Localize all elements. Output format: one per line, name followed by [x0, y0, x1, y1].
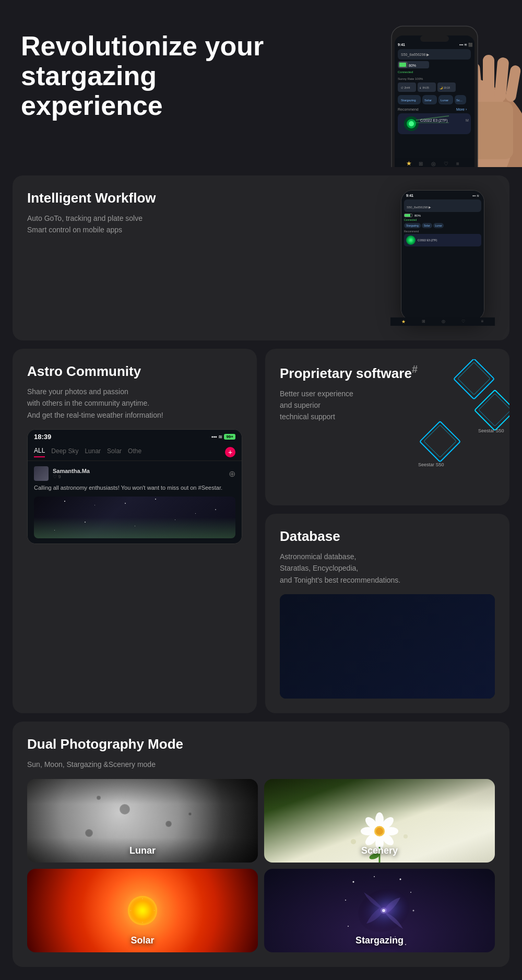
comm-icons: ▪▪▪ ≋ 99+ [211, 434, 235, 440]
svg-text:Solar: Solar [424, 99, 432, 102]
photo-label-solar: Solar [27, 935, 258, 946]
svg-text:⏱ 2h44: ⏱ 2h44 [401, 86, 410, 89]
database-desc: Astronomical database,Staratlas, Encyclo… [280, 551, 495, 586]
comm-badge: 99+ [224, 434, 235, 440]
comm-add-button[interactable]: + [225, 447, 235, 457]
svg-text:≡: ≡ [456, 161, 459, 167]
wf-comet: C/2022 E3 (ZTF) [418, 239, 437, 242]
comm-user-info: Samantha.Ma ♡ 9 [53, 468, 90, 479]
svg-text:▪▪▪ ≋ ⬛: ▪▪▪ ≋ ⬛ [459, 42, 473, 47]
photo-modes-grid: Lunar [27, 779, 495, 952]
comm-post-text: Calling all astronomy enthusiasts! You w… [34, 484, 235, 492]
svg-text:🌡 84.05: 🌡 84.05 [419, 86, 429, 89]
comm-user-row: Samantha.Ma ♡ 9 ⊕ [34, 466, 235, 481]
workflow-title: Intelligent Workflow [27, 190, 380, 206]
svg-text:9:41: 9:41 [398, 43, 405, 46]
wf-nav-menu: ≡ [481, 319, 484, 321]
svg-rect-51 [454, 359, 494, 399]
photo-label-stargazing: Stargazing [264, 935, 495, 946]
svg-text:Sc...: Sc... [456, 99, 462, 102]
svg-text:◎: ◎ [431, 161, 436, 167]
wf-nav-heart: ♡ [461, 319, 465, 321]
svg-point-133 [381, 907, 387, 914]
svg-point-124 [400, 878, 401, 880]
wf-device: S50_8a656298 ▶ [407, 206, 431, 209]
database-title: Database [280, 528, 495, 545]
svg-text:Connected: Connected [398, 70, 413, 74]
workflow-text: Intelligent Workflow Auto GoTo, tracking… [27, 190, 380, 236]
svg-point-128 [348, 926, 349, 927]
comm-post: Samantha.Ma ♡ 9 ⊕ Calling all astronomy … [28, 461, 242, 543]
right-column: Proprietary software# Better user experi… [265, 349, 509, 713]
svg-text:Recommend: Recommend [398, 108, 419, 111]
wf-chip-solar: Solar [422, 223, 432, 228]
hero-phone-hand: 9:41 ▪▪▪ ≋ ⬛ S50_8a656298 ▶ 80% Connecte… [334, 10, 522, 167]
comm-time-ago: ♡ 9 [53, 474, 90, 479]
comm-username: Samantha.Ma [53, 468, 90, 474]
svg-rect-53 [474, 390, 509, 431]
svg-point-122 [353, 881, 354, 882]
dual-photo-title: Dual Photography Mode [27, 736, 495, 752]
star-map-preview: HD 28527 85 81 80 A 84 75 70 76 Theta² T… [280, 594, 495, 699]
svg-point-125 [410, 892, 411, 893]
comm-follow-icon[interactable]: ⊕ [229, 469, 235, 479]
wf-nav-circle: ◎ [442, 319, 445, 321]
workflow-phone: 9:41 ▪▪▪ ≋ S50_8a656298 ▶ 80% Connec [401, 190, 484, 321]
svg-text:80%: 80% [409, 64, 416, 67]
comm-status-bar: 18:39 ▪▪▪ ≋ 99+ [28, 430, 242, 444]
community-title: Astro Community [27, 363, 242, 380]
wf-chip-lunar: Lunar [433, 223, 444, 228]
svg-text:★: ★ [406, 160, 412, 167]
hero-text: Revolutionize your stargazing experience [21, 31, 292, 121]
comm-tab-other[interactable]: Othe [128, 447, 141, 457]
svg-rect-52 [458, 362, 490, 395]
workflow-screen: 9:41 ▪▪▪ ≋ S50_8a656298 ▶ 80% Connec [401, 191, 484, 320]
workflow-phone-area: 9:41 ▪▪▪ ≋ S50_8a656298 ▶ 80% Connec [390, 190, 495, 326]
database-card: Database Astronomical database,Staratlas… [265, 514, 509, 713]
svg-text:🌙 19:18: 🌙 19:18 [440, 86, 450, 90]
svg-point-123 [374, 876, 375, 877]
comm-tab-all[interactable]: ALL [34, 447, 45, 457]
dual-photo-card: Dual Photography Mode Sun, Moon, Stargaz… [13, 722, 509, 966]
photo-mode-solar: Solar [27, 869, 258, 952]
comm-tab-lunar[interactable]: Lunar [85, 447, 101, 457]
wf-status-icons: ▪▪▪ ≋ [472, 194, 479, 197]
svg-text:C/2022 E3 (ZTF): C/2022 E3 (ZTF) [420, 119, 448, 123]
svg-text:♡: ♡ [444, 161, 448, 167]
comm-tab-solar[interactable]: Solar [107, 447, 122, 457]
hero-image-area: 9:41 ▪▪▪ ≋ ⬛ S50_8a656298 ▶ 80% Connecte… [313, 5, 522, 167]
comm-tabs: ALL Deep Sky Lunar Solar Othe + [28, 444, 242, 461]
wf-nav-star: ★ [401, 319, 406, 321]
svg-rect-17 [399, 63, 406, 67]
comm-tab-deepsky[interactable]: Deep Sky [51, 447, 78, 457]
community-desc: Share your photos and passionwith others… [27, 386, 242, 421]
svg-text:Stargazing: Stargazing [401, 99, 416, 102]
diamond-label-2: Seestar S50 [418, 462, 444, 467]
svg-text:M: M [466, 119, 469, 122]
dual-photo-desc: Sun, Moon, Stargazing &Scenery mode [27, 759, 495, 770]
milky-glow [34, 517, 235, 538]
svg-text:Sunny Rate 100%: Sunny Rate 100% [398, 77, 423, 80]
star-map-bg [280, 594, 495, 699]
hero-title: Revolutionize your stargazing experience [21, 31, 292, 121]
wf-connected: Connected [404, 218, 481, 221]
community-card: Astro Community Share your photos and pa… [13, 349, 257, 713]
workflow-desc: Auto GoTo, tracking and plate solve Smar… [27, 212, 380, 236]
community-phone: 18:39 ▪▪▪ ≋ 99+ ALL Deep Sky Lunar Solar… [27, 429, 242, 544]
svg-point-40 [409, 121, 414, 126]
main-grid: Intelligent Workflow Auto GoTo, tracking… [0, 167, 522, 975]
photo-mode-stargazing: Stargazing [264, 869, 495, 952]
software-card: Proprietary software# Better user experi… [265, 349, 509, 505]
photo-label-lunar: Lunar [27, 845, 258, 856]
photo-mode-scenery: Scenery [264, 779, 495, 863]
comm-post-image [34, 497, 235, 538]
svg-text:More ›: More › [456, 108, 467, 111]
wf-recommend: Recommend [404, 230, 481, 233]
photo-mode-lunar: Lunar [27, 779, 258, 863]
hero-section: Revolutionize your stargazing experience [0, 0, 522, 167]
photo-label-scenery: Scenery [264, 845, 495, 856]
comm-time: 18:39 [34, 433, 51, 441]
svg-text:Lunar: Lunar [441, 99, 448, 102]
wf-battery: 80% [414, 214, 421, 217]
wf-nav-grid: ⊞ [422, 319, 425, 321]
